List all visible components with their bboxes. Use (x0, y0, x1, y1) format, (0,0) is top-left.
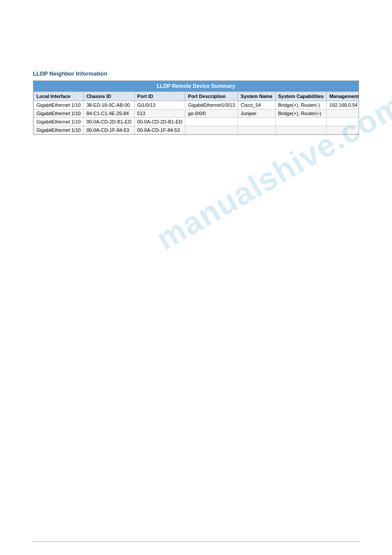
cell-row0-col6: 192.168.0.54 (IPv4) - sys-port:1 (327, 101, 359, 109)
lldp-table-container: LLDP Remote Device Summary Local Interfa… (33, 80, 359, 135)
cell-row3-col3 (185, 126, 238, 134)
col-port-description: Port Description (185, 92, 238, 101)
cell-row2-col1: 00-0A-CD-2D-B1-ED (83, 118, 134, 126)
table-row: GigabitEthernet 1/1000-0A-CD-1F-84-5300-… (34, 126, 360, 134)
cell-row2-col2: 00-0A-CD-2D-B1-ED (134, 118, 185, 126)
table-summary-header: LLDP Remote Device Summary (33, 81, 359, 91)
cell-row3-col5 (275, 126, 327, 134)
cell-row1-col4: Juniper (238, 109, 275, 118)
cell-row3-col1: 00-0A-CD-1F-84-53 (83, 126, 134, 134)
table-row: GigabitEthernet 1/1084-C1-C1-4E-25-84513… (34, 109, 360, 118)
cell-row0-col5: Bridge(+), Router(-) (275, 101, 327, 109)
table-row: GigabitEthernet 1/1000-0A-CD-2D-B1-ED00-… (34, 118, 360, 126)
cell-row1-col2: 513 (134, 109, 185, 118)
cell-row2-col6 (327, 118, 359, 126)
table-header-row: Local Interface Chassis ID Port ID Port … (34, 92, 360, 101)
table-row: GigabitEthernet 1/1038-ED-18-0C-AB-00Gi1… (34, 101, 360, 109)
col-port-id: Port ID (134, 92, 185, 101)
cell-row0-col3: GigabitEthernet1/0/13 (185, 101, 238, 109)
cell-row2-col4 (238, 118, 275, 126)
cell-row2-col0: GigabitEthernet 1/10 (34, 118, 84, 126)
cell-row1-col1: 84-C1-C1-4E-25-84 (83, 109, 134, 118)
cell-row3-col2: 00-0A-CD-1F-84-53 (134, 126, 185, 134)
col-system-capabilities: System Capabilities (275, 92, 327, 101)
cell-row1-col6 (327, 109, 359, 118)
cell-row3-col0: GigabitEthernet 1/10 (34, 126, 84, 134)
col-chassis-id: Chassis ID (83, 92, 134, 101)
col-management-address: Management Address (327, 92, 359, 101)
cell-row0-col0: GigabitEthernet 1/10 (34, 101, 84, 109)
cell-row3-col4 (238, 126, 275, 134)
cell-row0-col4: Cisco_54 (238, 101, 275, 109)
col-local-interface: Local Interface (34, 92, 84, 101)
cell-row2-col5 (275, 118, 327, 126)
footer-line (33, 541, 359, 542)
cell-row1-col3: ge-0/0/0 (185, 109, 238, 118)
cell-row2-col3 (185, 118, 238, 126)
cell-row0-col2: Gi1/0/13 (134, 101, 185, 109)
cell-row1-col5: Bridge(+), Router(+) (275, 109, 327, 118)
lldp-table: Local Interface Chassis ID Port ID Port … (33, 91, 359, 134)
section-title: LLDP Neighbor Information (33, 70, 359, 77)
cell-row0-col1: 38-ED-18-0C-AB-00 (83, 101, 134, 109)
cell-row3-col6 (327, 126, 359, 134)
col-system-name: System Name (238, 92, 275, 101)
cell-row1-col0: GigabitEthernet 1/10 (34, 109, 84, 118)
